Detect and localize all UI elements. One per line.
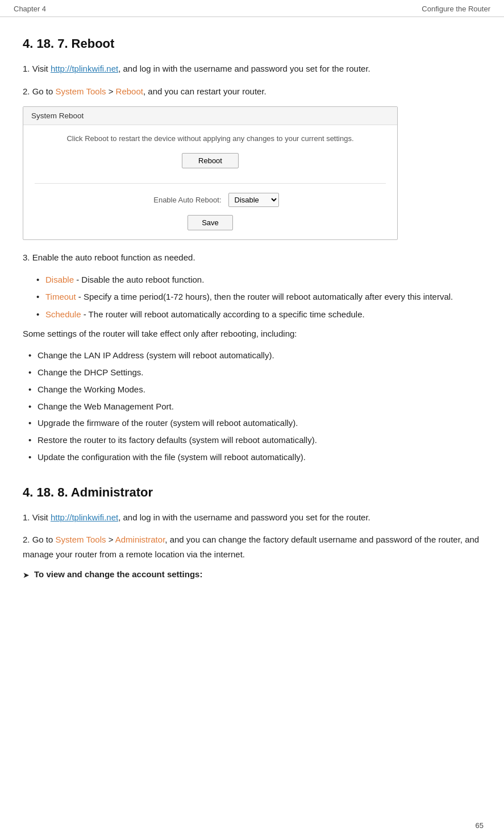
- auto-reboot-label: Enable Auto Reboot:: [142, 196, 222, 204]
- step1-suffix: , and log in with the username and passw…: [118, 64, 370, 73]
- step-718-1: 1. Visit http://tplinkwifi.net, and log …: [23, 61, 481, 76]
- reboot-option-disable: Disable - Disable the auto reboot functi…: [36, 273, 481, 287]
- effect-list: Change the LAN IP Address (system will r…: [28, 349, 481, 464]
- effect-item-5: Upgrade the firmware of the router (syst…: [28, 416, 481, 431]
- step2-prefix: 2. Go to: [23, 86, 56, 96]
- step2-link2: Reboot: [116, 86, 143, 96]
- effect-item-1: Change the LAN IP Address (system will r…: [28, 349, 481, 363]
- arrow-icon: ➤: [23, 570, 30, 580]
- reboot-options-list: Disable - Disable the auto reboot functi…: [36, 273, 481, 322]
- step1-link[interactable]: http://tplinkwifi.net: [51, 64, 118, 73]
- effect-item-3: Change the Working Modes.: [28, 383, 481, 397]
- section-label: Configure the Router: [422, 5, 490, 13]
- screenshot-title: System Reboot: [23, 107, 397, 125]
- step3-prefix: 3. Enable the auto reboot function as ne…: [23, 253, 195, 262]
- step818-1-link[interactable]: http://tplinkwifi.net: [51, 512, 118, 522]
- screenshot-divider: [35, 183, 386, 184]
- step818-2-sep: >: [106, 535, 115, 544]
- auto-reboot-select[interactable]: Disable Timeout Schedule: [228, 193, 279, 207]
- timeout-label: Timeout: [45, 292, 76, 301]
- step818-1-prefix: 1. Visit: [23, 512, 51, 522]
- step-718-3: 3. Enable the auto reboot function as ne…: [23, 250, 481, 265]
- step818-2-link2: Administrator: [115, 535, 165, 544]
- effect-item-2: Change the DHCP Settings.: [28, 366, 481, 380]
- effect-note-text: Some settings of the router will take ef…: [23, 329, 297, 338]
- step-818-1: 1. Visit http://tplinkwifi.net, and log …: [23, 510, 481, 525]
- arrow-text: To view and change the account settings:: [34, 569, 202, 579]
- reboot-option-schedule: Schedule - The router will reboot automa…: [36, 308, 481, 322]
- router-screenshot: System Reboot Click Reboot to restart th…: [23, 106, 398, 240]
- page-number: 65: [476, 821, 484, 830]
- header-bar: Chapter 4 Configure the Router: [0, 0, 504, 17]
- save-button[interactable]: Save: [188, 215, 233, 230]
- screenshot-description: Click Reboot to restart the device witho…: [66, 134, 353, 143]
- step818-2-prefix: 2. Go to: [23, 535, 56, 544]
- effect-item-7: Update the configuration with the file (…: [28, 450, 481, 465]
- schedule-label: Schedule: [45, 309, 81, 319]
- step-718-2: 2. Go to System Tools > Reboot, and you …: [23, 84, 481, 99]
- disable-text: - Disable the auto reboot function.: [74, 275, 204, 284]
- auto-reboot-row: Enable Auto Reboot: Disable Timeout Sche…: [142, 193, 279, 207]
- step818-2-link1: System Tools: [56, 535, 106, 544]
- step-818-2: 2. Go to System Tools > Administrator, a…: [23, 532, 481, 561]
- effect-note: Some settings of the router will take ef…: [23, 326, 481, 341]
- step818-1-suffix: , and log in with the username and passw…: [118, 512, 370, 522]
- step1-prefix: 1. Visit: [23, 64, 51, 73]
- arrow-item: ➤ To view and change the account setting…: [23, 569, 481, 580]
- chapter-label: Chapter 4: [14, 5, 46, 13]
- effect-item-6: Restore the router to its factory defaul…: [28, 433, 481, 448]
- disable-label: Disable: [45, 275, 74, 284]
- reboot-button[interactable]: Reboot: [182, 153, 239, 168]
- main-content: 4. 18. 7. Reboot 1. Visit http://tplinkw…: [0, 17, 504, 605]
- timeout-text: - Specify a time period(1-72 hours), the…: [76, 292, 453, 301]
- screenshot-body: Click Reboot to restart the device witho…: [23, 125, 397, 239]
- section-718-title: 4. 18. 7. Reboot: [23, 36, 481, 51]
- step2-sep: >: [106, 86, 115, 96]
- schedule-text: - The router will reboot automatically a…: [81, 309, 365, 319]
- step2-link1: System Tools: [56, 86, 106, 96]
- step2-suffix: , and you can restart your router.: [143, 86, 266, 96]
- reboot-option-timeout: Timeout - Specify a time period(1-72 hou…: [36, 290, 481, 304]
- section-818-title: 4. 18. 8. Administrator: [23, 485, 481, 500]
- effect-item-4: Change the Web Management Port.: [28, 400, 481, 414]
